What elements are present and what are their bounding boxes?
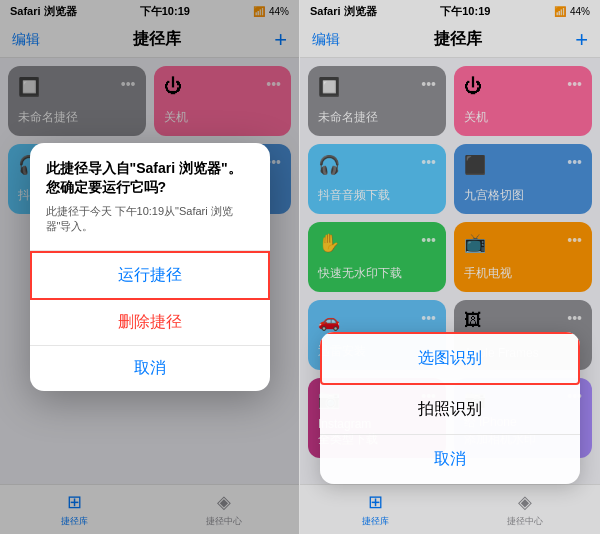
- right-panel: Safari 浏览器 下午10:19 📶 44% 编辑 捷径库 + 🔲••• 未…: [300, 0, 600, 534]
- dialog-actions: 运行捷径 删除捷径 取消: [30, 250, 270, 391]
- action-sheet-overlay: 选图识别 拍照识别 取消: [300, 0, 600, 534]
- cancel-action-button[interactable]: 取消: [320, 435, 580, 484]
- delete-button[interactable]: 删除捷径: [30, 300, 270, 346]
- dialog-content: 此捷径导入自"Safari 浏览器"。您确定要运行它吗? 此捷径于今天 下午10…: [30, 143, 270, 251]
- dialog-title: 此捷径导入自"Safari 浏览器"。您确定要运行它吗?: [46, 159, 254, 198]
- cancel-button[interactable]: 取消: [30, 346, 270, 391]
- dialog-box: 此捷径导入自"Safari 浏览器"。您确定要运行它吗? 此捷径于今天 下午10…: [30, 143, 270, 392]
- take-photo-button[interactable]: 拍照识别: [320, 385, 580, 435]
- action-sheet: 选图识别 拍照识别 取消: [320, 332, 580, 484]
- dialog-message: 此捷径于今天 下午10:19从"Safari 浏览器"导入。: [46, 204, 254, 235]
- left-panel: Safari 浏览器 下午10:19 📶 44% 编辑 捷径库 + 🔲 ••• …: [0, 0, 300, 534]
- dialog-overlay: 此捷径导入自"Safari 浏览器"。您确定要运行它吗? 此捷径于今天 下午10…: [0, 0, 299, 534]
- select-photo-button[interactable]: 选图识别: [320, 332, 580, 385]
- run-button[interactable]: 运行捷径: [30, 251, 270, 300]
